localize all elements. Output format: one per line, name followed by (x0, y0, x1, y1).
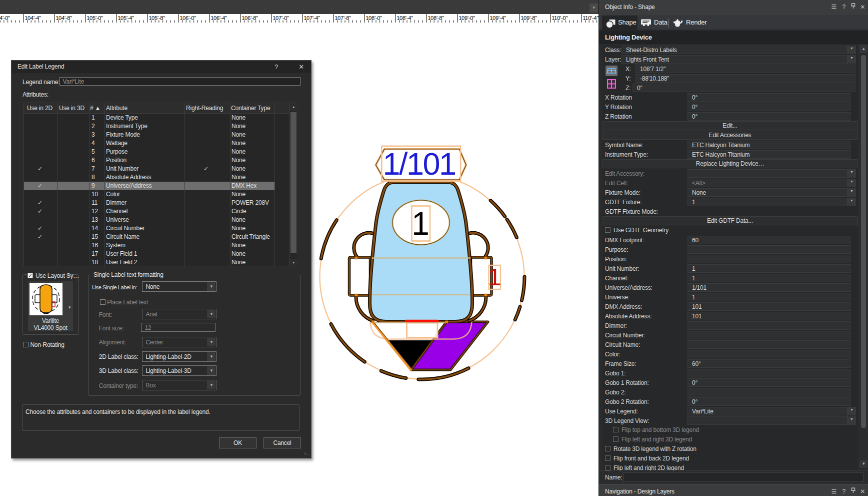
svg-text:106'-8": 106'-8" (242, 15, 258, 21)
svg-text:108'-0": 108'-0" (366, 15, 382, 21)
svg-text:109'-8": 109'-8" (520, 15, 537, 21)
svg-text:105'-8": 105'-8" (148, 15, 165, 21)
svg-text:104'-8": 104'-8" (56, 15, 72, 21)
svg-text:110'-4": 110'-4" (582, 15, 598, 21)
svg-text:105'-4": 105'-4" (118, 15, 134, 21)
svg-text:106'-0": 106'-0" (180, 15, 196, 21)
svg-text:109'-4": 109'-4" (490, 15, 506, 21)
svg-text:108'-8": 108'-8" (428, 15, 444, 21)
svg-text:108'-4": 108'-4" (396, 15, 413, 21)
svg-text:107'-8": 107'-8" (334, 15, 351, 21)
svg-text:104'-0": 104'-0" (0, 15, 10, 21)
svg-text:106'-4": 106'-4" (210, 15, 227, 21)
svg-text:109'-0": 109'-0" (458, 15, 475, 21)
svg-text:1: 1 (412, 206, 429, 242)
svg-text:107'-0": 107'-0" (272, 15, 289, 21)
svg-text:1: 1 (488, 263, 501, 290)
svg-text:105'-0": 105'-0" (86, 15, 103, 21)
svg-text:110'-0": 110'-0" (552, 15, 568, 21)
svg-text:107'-4": 107'-4" (304, 15, 320, 21)
svg-text:1/101: 1/101 (382, 146, 455, 181)
svg-text:104'-4": 104'-4" (24, 15, 41, 21)
